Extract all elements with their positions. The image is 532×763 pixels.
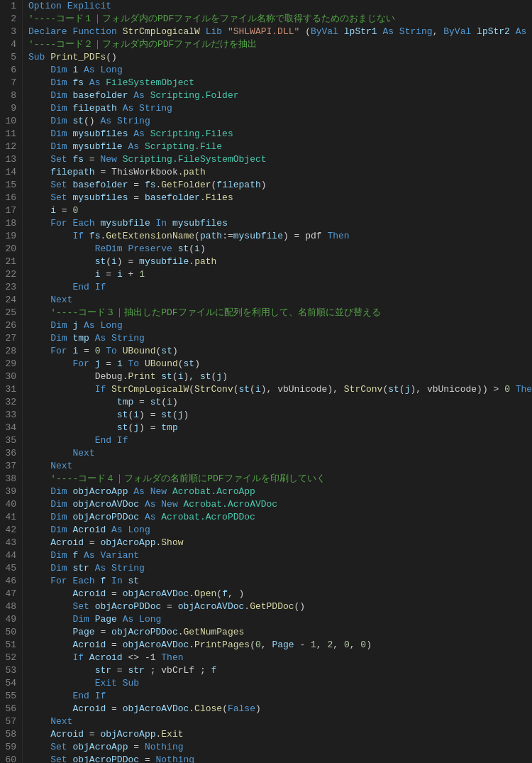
line-number: 35 [3,434,16,447]
code-line: Next [28,460,532,473]
code-line: Dim mysubfiles As Scripting.Files [28,128,532,141]
code-line: Set objAcroApp = Nothing [28,741,532,754]
code-line: For j = i To UBound(st) [28,358,532,370]
line-number: 27 [3,332,16,345]
code-line: '----コード２｜フォルダ内のPDFファイルだけを抽出 [28,38,532,51]
code-line: Set mysubfiles = basefolder.Files [28,192,532,204]
line-number: 11 [3,128,16,141]
line-number: 55 [3,690,16,703]
code-line: Exit Sub [28,677,532,690]
line-number: 1 [3,0,16,13]
code-line: End If [28,281,532,294]
code-line: For Each f In st [28,575,532,588]
code-line: st(i) = mysubfile.path [28,256,532,268]
code-line: Acroid = objAcroApp.Exit [28,728,532,741]
line-number: 56 [3,703,16,715]
line-number: 24 [3,294,16,307]
line-number: 20 [3,243,16,256]
line-number: 30 [3,370,16,383]
code-line: Acroid = objAcroAVDoc.PrintPages(0, Page… [28,639,532,652]
code-line: '----コード３｜抽出したPDFファイルに配列を利用して、名前順に並び替える [28,307,532,319]
code-line: End If [28,434,532,447]
code-line: i = i + 1 [28,268,532,281]
code-line: Page = objAcroPDDoc.GetNumPages [28,626,532,639]
code-line: Next [28,447,532,460]
code-line: i = 0 [28,204,532,217]
line-number: 58 [3,728,16,741]
code-line: st(i) = st(j) [28,409,532,422]
line-number: 57 [3,715,16,728]
line-number: 6 [3,64,16,77]
line-number: 10 [3,115,16,128]
code-line: Set basefolder = fs.GetFolder(filepath) [28,179,532,192]
code-editor: 1234567891011121314151617181920212223242… [0,0,532,763]
code-line: Dim j As Long [28,319,532,332]
code-line: '----コード１｜フォルダ内のPDFファイルをファイル名称で取得するためのおま… [28,13,532,26]
code-line: Dim str As String [28,562,532,575]
line-number: 43 [3,537,16,549]
code-line: Dim objAcroPDDoc As Acrobat.AcroPDDoc [28,511,532,524]
code-line: Dim filepath As String [28,102,532,115]
line-number: 3 [3,26,16,38]
line-number: 48 [3,600,16,613]
code-line: Sub Print_PDFs() [28,51,532,64]
code-line: Declare Function StrCmpLogicalW Lib "SHL… [28,26,532,38]
code-line: '----コード４｜フォルダの名前順にPDFファイルを印刷していく [28,473,532,485]
line-number: 23 [3,281,16,294]
code-line: Dim mysubfile As Scripting.File [28,141,532,153]
line-number: 45 [3,562,16,575]
line-number: 28 [3,345,16,358]
line-number: 26 [3,319,16,332]
code-line: Next [28,294,532,307]
line-number: 50 [3,626,16,639]
code-line: Dim st() As String [28,115,532,128]
line-number: 41 [3,511,16,524]
line-number: 29 [3,358,16,370]
code-line: Acroid = objAcroApp.Show [28,537,532,549]
line-number: 7 [3,77,16,89]
code-line: Dim i As Long [28,64,532,77]
code-line: Set objAcroPDDoc = objAcroAVDoc.GetPDDoc… [28,600,532,613]
code-line: For Each mysubfile In mysubfiles [28,217,532,230]
line-number: 22 [3,268,16,281]
code-line: If StrCmpLogicalW(StrConv(st(i), vbUnico… [28,383,532,396]
code-line: tmp = st(i) [28,396,532,409]
code-content: Option Explicit'----コード１｜フォルダ内のPDFファイルをフ… [23,0,532,763]
line-number: 21 [3,256,16,268]
code-line: Next [28,715,532,728]
code-line: Dim basefolder As Scripting.Folder [28,89,532,102]
line-number: 33 [3,409,16,422]
line-number: 2 [3,13,16,26]
line-number: 32 [3,396,16,409]
code-line: Set fs = New Scripting.FileSystemObject [28,153,532,166]
line-number: 40 [3,498,16,511]
code-line: st(j) = tmp [28,422,532,434]
code-line: Dim fs As FileSystemObject [28,77,532,89]
line-number: 16 [3,192,16,204]
code-line: filepath = ThisWorkbook.path [28,166,532,179]
line-number: 51 [3,639,16,652]
code-line: Dim objAcroApp As New Acrobat.AcroApp [28,485,532,498]
line-number: 49 [3,613,16,626]
code-line: Debug.Print st(i), st(j) [28,370,532,383]
line-number: 14 [3,166,16,179]
line-numbers: 1234567891011121314151617181920212223242… [0,0,23,763]
code-line: Dim Page As Long [28,613,532,626]
code-line: Option Explicit [28,0,532,13]
line-number: 5 [3,51,16,64]
line-number: 36 [3,447,16,460]
line-number: 39 [3,485,16,498]
line-number: 47 [3,588,16,600]
code-line: Dim objAcroAVDoc As New Acrobat.AcroAVDo… [28,498,532,511]
line-number: 59 [3,741,16,754]
line-number: 18 [3,217,16,230]
line-number: 34 [3,422,16,434]
line-number: 42 [3,524,16,537]
line-number: 17 [3,204,16,217]
line-number: 54 [3,677,16,690]
line-number: 38 [3,473,16,485]
line-number: 31 [3,383,16,396]
line-number: 60 [3,754,16,763]
line-number: 53 [3,664,16,677]
code-line: str = str ; vbCrLf ; f [28,664,532,677]
